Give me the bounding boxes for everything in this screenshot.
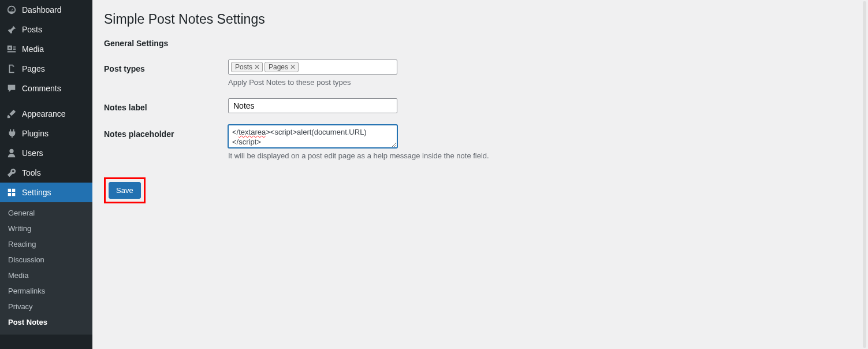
sidebar-item-dashboard[interactable]: Dashboard xyxy=(0,0,92,20)
sidebar-item-settings[interactable]: Settings xyxy=(0,183,92,202)
field-notes-placeholder: Notes placeholder </textarea><script>ale… xyxy=(104,125,856,160)
sidebar-item-label: Dashboard xyxy=(22,5,62,14)
notes-placeholder-input[interactable]: </textarea><script>alert(document.URL) <… xyxy=(228,125,397,148)
close-icon[interactable]: ✕ xyxy=(254,63,260,71)
post-types-label: Post types xyxy=(104,60,228,73)
post-types-input[interactable]: Posts✕ Pages✕ xyxy=(228,60,397,75)
sidebar-item-label: Posts xyxy=(22,25,42,34)
plug-icon xyxy=(6,128,17,139)
comments-icon xyxy=(6,83,17,94)
sidebar-item-tools[interactable]: Tools xyxy=(0,163,92,183)
settings-submenu: General Writing Reading Discussion Media… xyxy=(0,202,92,335)
submenu-item-reading[interactable]: Reading xyxy=(0,236,92,252)
sidebar-item-plugins[interactable]: Plugins xyxy=(0,124,92,143)
notes-placeholder-label: Notes placeholder xyxy=(104,125,228,139)
pages-icon xyxy=(6,63,17,75)
submenu-item-media[interactable]: Media xyxy=(0,268,92,283)
submenu-item-post-notes[interactable]: Post Notes xyxy=(0,314,92,330)
page-title: Simple Post Notes Settings xyxy=(104,12,856,27)
notes-placeholder-description: It will be displayed on a post edit page… xyxy=(228,151,856,160)
sidebar-item-pages[interactable]: Pages xyxy=(0,59,92,79)
sidebar-item-label: Pages xyxy=(22,64,45,73)
sidebar-item-label: Comments xyxy=(22,84,61,93)
media-icon xyxy=(6,43,17,55)
main-content: Simple Post Notes Settings General Setti… xyxy=(92,0,868,349)
pin-icon xyxy=(6,24,17,35)
settings-icon xyxy=(6,187,17,198)
sidebar-item-appearance[interactable]: Appearance xyxy=(0,104,92,124)
submenu-item-privacy[interactable]: Privacy xyxy=(0,299,92,314)
sidebar-item-comments[interactable]: Comments xyxy=(0,79,92,98)
sidebar-item-label: Appearance xyxy=(22,109,66,118)
scrollbar[interactable] xyxy=(863,1,866,348)
sidebar-item-users[interactable]: Users xyxy=(0,143,92,163)
dashboard-icon xyxy=(6,4,17,16)
sidebar-item-label: Media xyxy=(22,44,44,54)
users-icon xyxy=(6,147,17,159)
tools-icon xyxy=(6,167,17,179)
brush-icon xyxy=(6,108,17,120)
notes-label-label: Notes label xyxy=(104,98,228,112)
close-icon[interactable]: ✕ xyxy=(290,63,296,71)
notes-label-input[interactable] xyxy=(228,98,397,113)
submenu-item-general[interactable]: General xyxy=(0,205,92,221)
field-post-types: Post types Posts✕ Pages✕ Apply Post Note… xyxy=(104,60,856,87)
sidebar-item-label: Settings xyxy=(22,188,51,197)
sidebar-item-posts[interactable]: Posts xyxy=(0,20,92,39)
save-button[interactable]: Save xyxy=(109,182,141,199)
section-title: General Settings xyxy=(104,39,856,48)
sidebar-item-media[interactable]: Media xyxy=(0,39,92,59)
submenu-item-writing[interactable]: Writing xyxy=(0,221,92,236)
highlight-annotation: Save xyxy=(104,177,146,203)
tag-posts[interactable]: Posts✕ xyxy=(231,62,263,72)
field-notes-label: Notes label xyxy=(104,98,856,113)
submenu-item-discussion[interactable]: Discussion xyxy=(0,252,92,268)
tag-pages[interactable]: Pages✕ xyxy=(265,62,299,72)
sidebar-item-label: Users xyxy=(22,148,43,158)
sidebar-item-label: Plugins xyxy=(22,129,49,138)
submenu-item-permalinks[interactable]: Permalinks xyxy=(0,283,92,299)
post-types-description: Apply Post Notes to these post types xyxy=(228,78,856,87)
admin-sidebar: Dashboard Posts Media Pages Comments App… xyxy=(0,0,92,349)
sidebar-item-label: Tools xyxy=(22,168,41,177)
